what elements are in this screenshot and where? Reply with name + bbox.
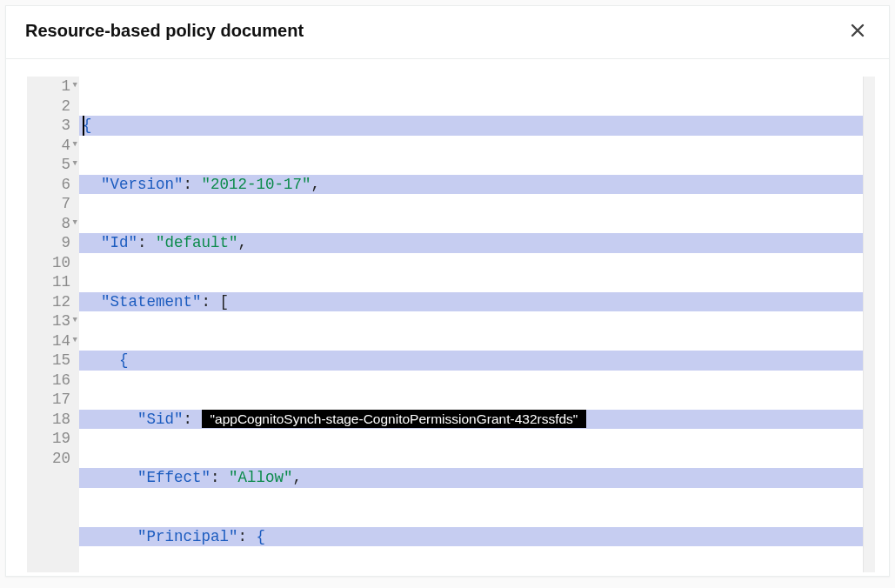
line-number-gutter: 1▼ 2 3 4▼ 5▼ 6 7 8▼ 9 10 11 12 13▼ 14▼ 1…: [27, 77, 79, 572]
modal-title: Resource-based policy document: [25, 21, 304, 41]
redacted-sid: "appCognitoSynch-stage-CognitoPermission…: [202, 410, 587, 428]
line-number: 13▼: [30, 311, 70, 331]
line-number: 11: [30, 272, 70, 292]
line-number: 18: [30, 410, 70, 430]
line-number: 15: [30, 351, 70, 371]
line-number: 4▼: [30, 136, 70, 156]
policy-modal: Resource-based policy document 1▼ 2 3 4▼…: [5, 5, 890, 577]
editor-container: 1▼ 2 3 4▼ 5▼ 6 7 8▼ 9 10 11 12 13▼ 14▼ 1…: [6, 59, 889, 576]
line-number: 8▼: [30, 214, 70, 234]
line-number: 12: [30, 292, 70, 312]
fold-icon[interactable]: ▼: [73, 141, 77, 149]
line-number: 7: [30, 194, 70, 214]
vertical-scrollbar[interactable]: [863, 77, 875, 572]
code-line: "Version": "2012-10-17",: [79, 175, 863, 195]
code-line: {: [79, 116, 863, 136]
modal-header: Resource-based policy document: [6, 6, 889, 59]
line-number: 20: [30, 449, 70, 469]
fold-icon[interactable]: ▼: [73, 82, 77, 90]
cursor: [83, 116, 84, 136]
code-line: "Principal": {: [79, 527, 863, 547]
code-line: {: [79, 351, 863, 371]
line-number: 16: [30, 371, 70, 391]
line-number: 2: [30, 97, 70, 117]
code-line: "Id": "default",: [79, 233, 863, 253]
line-number: 19: [30, 429, 70, 449]
line-number: 10: [30, 253, 70, 273]
fold-icon[interactable]: ▼: [73, 160, 77, 168]
line-number: 3: [30, 116, 70, 136]
line-number: 1▼: [30, 77, 70, 97]
line-number: 9: [30, 233, 70, 253]
fold-icon[interactable]: ▼: [73, 337, 77, 344]
close-button[interactable]: [845, 18, 870, 43]
code-body[interactable]: { "Version": "2012-10-17", "Id": "defaul…: [79, 77, 863, 572]
code-editor[interactable]: 1▼ 2 3 4▼ 5▼ 6 7 8▼ 9 10 11 12 13▼ 14▼ 1…: [27, 77, 875, 572]
fold-icon[interactable]: ▼: [73, 219, 77, 227]
close-icon: [849, 22, 866, 39]
code-line: "Statement": [: [79, 292, 863, 312]
line-number: 14▼: [30, 331, 70, 351]
line-number: 17: [30, 390, 70, 410]
code-line: "Effect": "Allow",: [79, 468, 863, 488]
code-line: "Sid": "appCognitoSynch-stage-CognitoPer…: [79, 410, 863, 430]
line-number: 6: [30, 175, 70, 195]
line-number: 5▼: [30, 155, 70, 175]
fold-icon[interactable]: ▼: [73, 317, 77, 324]
